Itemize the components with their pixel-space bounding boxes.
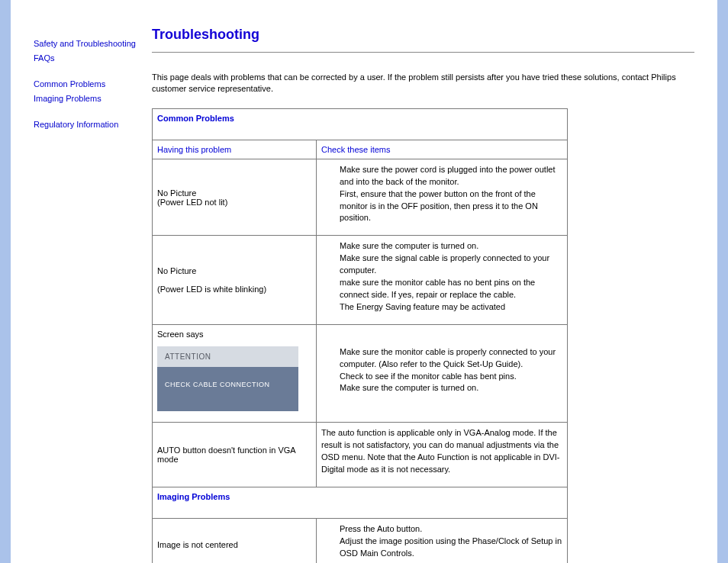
attention-box: ATTENTION CHECK CABLE CONNECTION [157,346,298,411]
solution-cell: Make sure the monitor cable is properly … [317,325,568,423]
table-row: No Picture(Power LED not lit) Make sure … [153,159,568,236]
table-row: Screen says ATTENTION CHECK CABLE CONNEC… [153,325,568,423]
main-content: Troubleshooting This page deals with pro… [144,0,717,563]
problem-cell: No Picture(Power LED not lit) [153,159,317,236]
sidebar-nav: Safety and Troubleshooting FAQs Common P… [30,0,144,563]
problem-cell: AUTO button doesn't function in VGA mode [153,423,317,487]
solution-cell: Make sure the computer is turned on.Make… [317,236,568,325]
sidebar-link-safety[interactable]: Safety and Troubleshooting [34,39,136,48]
sidebar-link-regulatory[interactable]: Regulatory Information [34,120,118,129]
page-title: Troubleshooting [152,27,694,43]
col-problem-header: Having this problem [153,140,317,159]
right-accent-bar [717,0,728,563]
sidebar-link-common[interactable]: Common Problems [34,79,105,88]
screen-says-label: Screen says [157,330,204,339]
problem-cell: Image is not centered [153,518,317,563]
left-gap [11,0,30,563]
col-solution-header: Check these items [317,140,568,159]
solution-cell: Make sure the power cord is plugged into… [317,159,568,236]
table-row: No Picture(Power LED is white blinking) … [153,236,568,325]
left-accent-bar [0,0,11,563]
solution-cell: The auto function is applicable only in … [317,423,568,487]
section-imaging-header: Imaging Problems [153,487,568,518]
intro-text: This page deals with problems that can b… [152,72,694,95]
problem-cell: Screen says ATTENTION CHECK CABLE CONNEC… [153,325,317,423]
sidebar-link-imaging[interactable]: Imaging Problems [34,94,101,103]
title-rule [152,52,694,53]
troubleshooting-table: Common Problems Having this problem Chec… [152,108,568,563]
solution-cell: Press the Auto button.Adjust the image p… [317,518,568,563]
table-row: AUTO button doesn't function in VGA mode… [153,423,568,487]
attention-header: ATTENTION [157,346,298,367]
attention-body: CHECK CABLE CONNECTION [157,367,298,411]
section-common-header: Common Problems [153,108,568,140]
problem-cell: No Picture(Power LED is white blinking) [153,236,317,325]
table-row: Image is not centered Press the Auto but… [153,518,568,563]
sidebar-link-faqs[interactable]: FAQs [34,53,55,63]
